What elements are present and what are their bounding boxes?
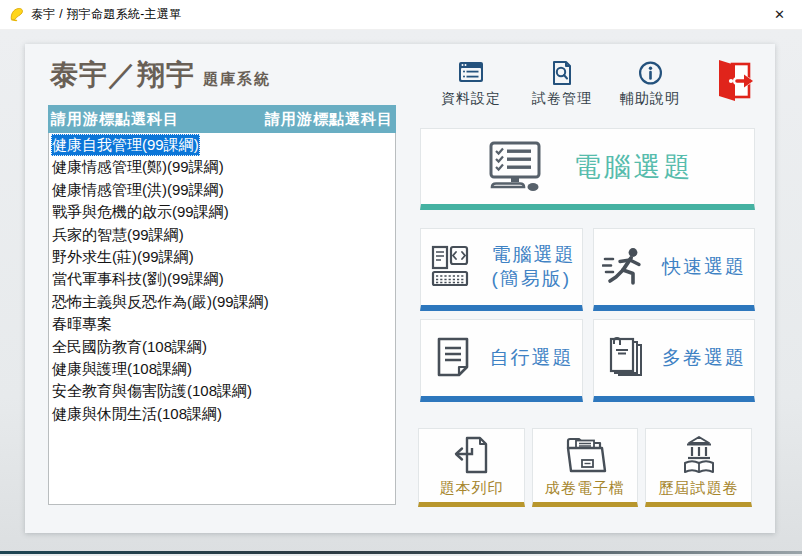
quick-select-label: 快速選題 [662, 255, 746, 279]
computer-monitor-icon [482, 140, 548, 194]
close-icon[interactable]: ✕ [757, 0, 802, 30]
computer-select-simple-button[interactable]: 電腦選題(簡易版) [420, 228, 583, 311]
help-button[interactable]: 輔助說明 [605, 60, 695, 108]
quick-select-button[interactable]: 快速選題 [593, 228, 755, 311]
simple-version-icon [428, 244, 478, 290]
data-settings-label: 資料設定 [426, 90, 516, 108]
subject-item[interactable]: 春暉專案 [49, 313, 395, 335]
computer-select-simple-label: 電腦選題(簡易版) [492, 243, 576, 291]
exit-door-icon [715, 58, 755, 106]
subject-list-header: 請用游標點選科目 請用游標點選科目 [48, 105, 396, 133]
exam-efile-label: 成卷電子檔 [545, 479, 625, 498]
subject-item[interactable]: 健康與休閒生活(108課綱) [49, 403, 395, 425]
subject-item[interactable]: 安全教育與傷害防護(108課綱) [49, 380, 395, 402]
multi-select-button[interactable]: 多卷選題 [593, 319, 755, 402]
document-icon [430, 335, 476, 381]
exam-management-icon [548, 60, 576, 86]
archive-building-icon [677, 434, 721, 476]
runner-icon [602, 244, 648, 290]
subject-item[interactable]: 健康與護理(108課綱) [49, 358, 395, 380]
print-page-icon [450, 434, 494, 476]
help-icon [637, 60, 664, 86]
subject-item[interactable]: 健康情感管理(洪)(99課綱) [49, 179, 395, 201]
brand-suffix: 題庫系統 [203, 70, 271, 87]
self-select-label: 自行選題 [490, 346, 574, 370]
brand-header: 泰宇／翔宇題庫系統 [50, 56, 271, 94]
stacked-papers-icon [602, 335, 648, 381]
subject-item[interactable]: 野外求生(莊)(99課綱) [49, 246, 395, 268]
subject-item[interactable]: 健康自我管理(99課綱) [49, 134, 395, 156]
print-booklet-label: 題本列印 [440, 479, 504, 498]
window-content: 泰宇／翔宇題庫系統 請用游標點選科目 請用游標點選科目 健康自我管理(99課綱)… [0, 30, 802, 554]
folder-icon [561, 434, 609, 476]
data-settings-icon [456, 60, 486, 86]
subject-list-box: 請用游標點選科目 請用游標點選科目 健康自我管理(99課綱) 健康情感管理(鄭)… [48, 105, 396, 505]
app-logo-icon [8, 6, 25, 23]
subject-item[interactable]: 全民國防教育(108課綱) [49, 336, 395, 358]
multi-select-label: 多卷選題 [662, 346, 746, 370]
exam-efile-button[interactable]: 成卷電子檔 [532, 428, 638, 507]
subject-list: 健康自我管理(99課綱) 健康情感管理(鄭)(99課綱) 健康情感管理(洪)(9… [48, 133, 396, 505]
exam-management-label: 試卷管理 [517, 90, 607, 108]
exit-button[interactable] [715, 58, 755, 106]
subject-header-left: 請用游標點選科目 [51, 110, 179, 129]
subject-header-right: 請用游標點選科目 [265, 110, 393, 129]
help-label: 輔助說明 [605, 90, 695, 108]
subject-item[interactable]: 恐怖主義與反恐作為(嚴)(99課綱) [49, 291, 395, 313]
past-exams-label: 歷屆試題卷 [659, 479, 739, 498]
self-select-button[interactable]: 自行選題 [420, 319, 583, 402]
computer-select-label: 電腦選題 [574, 149, 694, 185]
subject-item[interactable]: 當代軍事科技(劉)(99課綱) [49, 268, 395, 290]
computer-select-button[interactable]: 電腦選題 [420, 128, 755, 210]
data-settings-button[interactable]: 資料設定 [426, 60, 516, 108]
brand-name: 泰宇／翔宇 [50, 59, 195, 90]
subject-item[interactable]: 兵家的智慧(99課綱) [49, 224, 395, 246]
window-title: 泰宇 / 翔宇命題系統-主選單 [31, 6, 182, 23]
main-panel: 泰宇／翔宇題庫系統 請用游標點選科目 請用游標點選科目 健康自我管理(99課綱)… [25, 44, 775, 533]
past-exams-button[interactable]: 歷屆試題卷 [645, 428, 752, 507]
exam-management-button[interactable]: 試卷管理 [517, 60, 607, 108]
subject-item[interactable]: 戰爭與危機的啟示(99課綱) [49, 201, 395, 223]
taskbar-edge [0, 551, 802, 554]
subject-item[interactable]: 健康情感管理(鄭)(99課綱) [49, 156, 395, 178]
window-titlebar: 泰宇 / 翔宇命題系統-主選單 ✕ [0, 0, 802, 30]
print-booklet-button[interactable]: 題本列印 [418, 428, 525, 507]
